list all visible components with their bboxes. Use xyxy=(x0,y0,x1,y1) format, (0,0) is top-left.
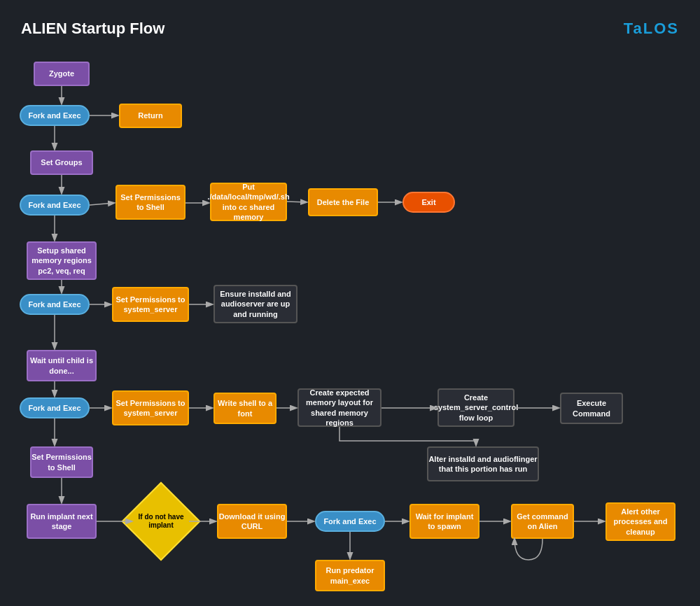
node-exit: Exit xyxy=(402,192,455,213)
svg-line-6 xyxy=(287,202,307,202)
node-wait-implant: Wait for implant to spawn xyxy=(410,504,479,539)
node-alter-installd: Alter installd and audioflinger that thi… xyxy=(427,446,539,481)
node-run-implant: Run implant next stage xyxy=(27,504,97,539)
node-execute-cmd: Execute Command xyxy=(560,393,623,424)
node-download-curl: Download it using CURL xyxy=(217,504,287,539)
node-set-perm-system-1: Set Permissions to system_server xyxy=(112,287,189,322)
node-put-data: Put ./data/local/tmp/wd/.sh into cc shar… xyxy=(210,183,287,221)
node-set-groups: Set Groups xyxy=(30,150,93,175)
logo: TaLOS xyxy=(624,20,679,38)
node-delete-file: Delete the File xyxy=(308,188,378,216)
node-fork-exec-5: Fork and Exec xyxy=(315,511,385,532)
page-title: ALIEN Startup Flow xyxy=(21,20,164,38)
node-fork-exec-4: Fork and Exec xyxy=(20,397,90,418)
node-create-system: Create system_server_control flow loop xyxy=(438,388,514,427)
node-create-expected: Create expected memory layout for shared… xyxy=(298,388,382,427)
node-fork-exec-1: Fork and Exec xyxy=(20,105,90,126)
svg-line-4 xyxy=(90,203,114,205)
node-get-command: Get command on Alien xyxy=(511,504,574,539)
node-if-no-implant: If do not have implant xyxy=(121,481,200,561)
node-setup-shared: Setup shared memory regions pc2, veq, re… xyxy=(27,241,97,280)
node-ensure-install: Ensure installd and audioserver are up a… xyxy=(214,285,298,323)
node-return: Return xyxy=(119,104,182,128)
node-zygote: Zygote xyxy=(34,62,90,86)
node-fork-exec-2: Fork and Exec xyxy=(20,195,90,216)
node-set-perm-shell-1: Set Permissions to Shell xyxy=(115,185,186,220)
node-set-perm-system-2: Set Permissions to system_server xyxy=(112,390,189,425)
node-wait-child: Wait until child is done... xyxy=(27,350,97,381)
node-alert-processes: Alert other processes and cleanup xyxy=(606,502,676,541)
node-run-predator: Run predator main_exec xyxy=(315,560,385,591)
node-write-shell: Write shell to a font xyxy=(214,393,276,424)
node-fork-exec-3: Fork and Exec xyxy=(20,294,90,315)
node-set-perm-shell-2: Set Permissions to Shell xyxy=(30,446,93,478)
